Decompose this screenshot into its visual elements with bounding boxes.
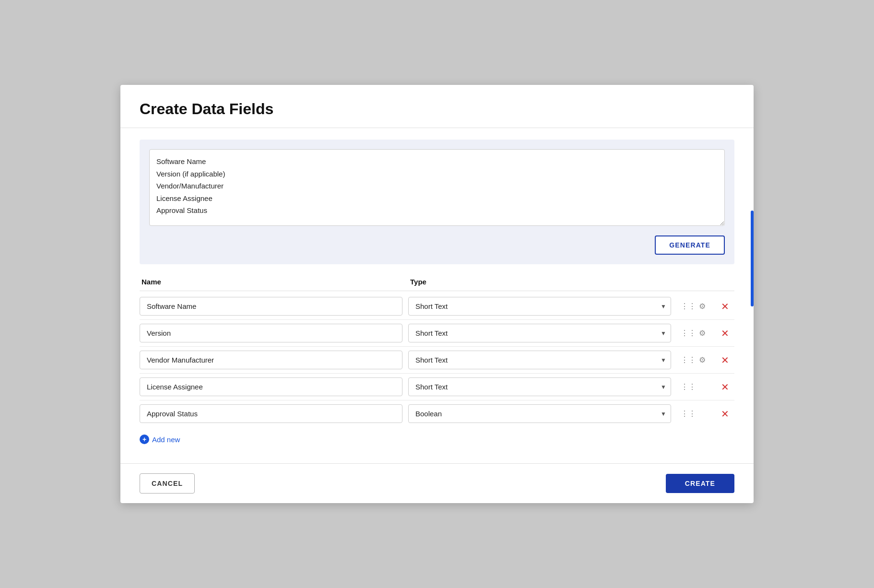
- field-name-input-3[interactable]: [140, 377, 402, 396]
- header-type: Type: [408, 278, 677, 286]
- field-name-input-1[interactable]: [140, 324, 402, 342]
- delete-row-button-4[interactable]: ✕: [715, 406, 734, 422]
- add-new-button[interactable]: + Add new: [140, 435, 180, 444]
- row-icons-3: ⋮⋮: [677, 382, 715, 391]
- dialog-title: Create Data Fields: [140, 100, 734, 118]
- field-type-select-0[interactable]: Short TextLong TextNumberBooleanDateEmai…: [408, 297, 671, 316]
- generate-row: GENERATE: [149, 235, 725, 255]
- field-type-select-1[interactable]: Short TextLong TextNumberBooleanDateEmai…: [408, 324, 671, 342]
- field-name-input-4[interactable]: [140, 404, 402, 423]
- table-rows-container: Short TextLong TextNumberBooleanDateEmai…: [140, 293, 734, 427]
- table-row: Short TextLong TextNumberBooleanDateEmai…: [140, 374, 734, 400]
- table-header: Name Type: [140, 278, 734, 291]
- field-name-input-2[interactable]: [140, 351, 402, 369]
- delete-row-button-0[interactable]: ✕: [715, 299, 734, 314]
- field-type-wrapper-3: Short TextLong TextNumberBooleanDateEmai…: [408, 377, 671, 396]
- add-new-label: Add new: [152, 435, 180, 444]
- field-type-select-3[interactable]: Short TextLong TextNumberBooleanDateEmai…: [408, 377, 671, 396]
- add-new-circle-icon: +: [140, 435, 149, 444]
- delete-row-button-1[interactable]: ✕: [715, 326, 734, 341]
- generate-section: Software Name Version (if applicable) Ve…: [140, 140, 734, 264]
- table-row: Short TextLong TextNumberBooleanDateEmai…: [140, 400, 734, 427]
- table-row: Short TextLong TextNumberBooleanDateEmai…: [140, 320, 734, 347]
- drag-handle-icon[interactable]: ⋮⋮: [681, 355, 696, 365]
- drag-handle-icon[interactable]: ⋮⋮: [681, 409, 696, 418]
- row-icons-1: ⋮⋮⚙: [677, 329, 715, 338]
- header-delete: [715, 278, 734, 286]
- delete-row-button-2[interactable]: ✕: [715, 353, 734, 368]
- add-new-row: + Add new: [140, 427, 734, 448]
- dialog-header: Create Data Fields: [120, 85, 754, 128]
- cancel-button[interactable]: CANCEL: [140, 473, 195, 494]
- settings-icon[interactable]: ⚙: [699, 355, 706, 365]
- field-type-select-2[interactable]: Short TextLong TextNumberBooleanDateEmai…: [408, 351, 671, 369]
- field-type-wrapper-0: Short TextLong TextNumberBooleanDateEmai…: [408, 297, 671, 316]
- dialog-body: Software Name Version (if applicable) Ve…: [120, 128, 754, 459]
- settings-icon[interactable]: ⚙: [699, 329, 706, 338]
- row-icons-4: ⋮⋮: [677, 409, 715, 418]
- header-name: Name: [140, 278, 408, 286]
- drag-handle-icon[interactable]: ⋮⋮: [681, 382, 696, 391]
- settings-icon[interactable]: ⚙: [699, 302, 706, 311]
- table-row: Short TextLong TextNumberBooleanDateEmai…: [140, 293, 734, 320]
- field-type-select-4[interactable]: Short TextLong TextNumberBooleanDateEmai…: [408, 404, 671, 423]
- drag-handle-icon[interactable]: ⋮⋮: [681, 329, 696, 338]
- table-row: Short TextLong TextNumberBooleanDateEmai…: [140, 347, 734, 374]
- drag-handle-icon[interactable]: ⋮⋮: [681, 302, 696, 311]
- generate-textarea[interactable]: Software Name Version (if applicable) Ve…: [149, 149, 725, 226]
- field-type-wrapper-1: Short TextLong TextNumberBooleanDateEmai…: [408, 324, 671, 342]
- field-type-wrapper-4: Short TextLong TextNumberBooleanDateEmai…: [408, 404, 671, 423]
- field-name-input-0[interactable]: [140, 297, 402, 316]
- header-actions: [677, 278, 715, 286]
- create-data-fields-dialog: Create Data Fields Software Name Version…: [120, 85, 754, 503]
- create-button[interactable]: CREATE: [666, 474, 734, 493]
- row-icons-0: ⋮⋮⚙: [677, 302, 715, 311]
- row-icons-2: ⋮⋮⚙: [677, 355, 715, 365]
- dialog-footer: CANCEL CREATE: [120, 463, 754, 503]
- field-type-wrapper-2: Short TextLong TextNumberBooleanDateEmai…: [408, 351, 671, 369]
- generate-button[interactable]: GENERATE: [655, 235, 725, 255]
- scroll-accent: [751, 211, 754, 306]
- delete-row-button-3[interactable]: ✕: [715, 379, 734, 395]
